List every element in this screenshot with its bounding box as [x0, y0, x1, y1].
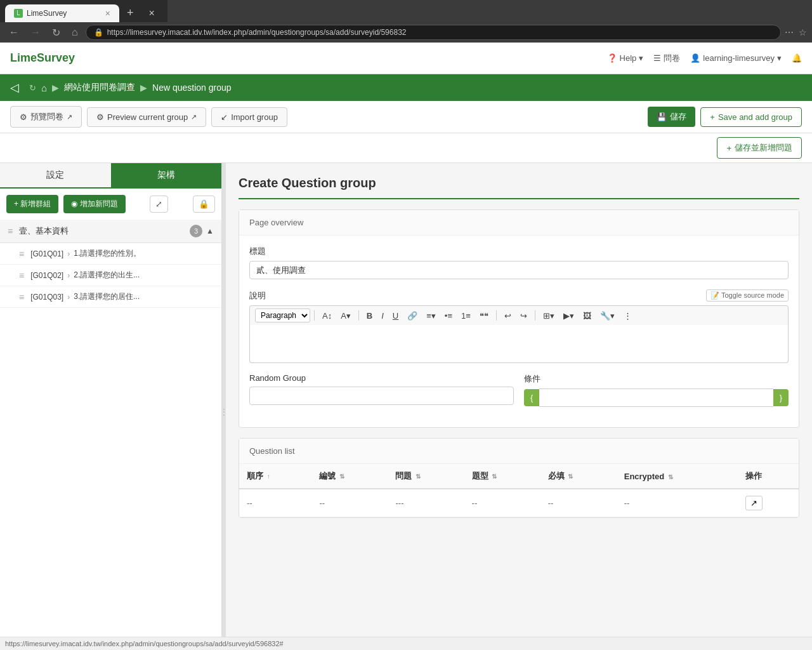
lock-button[interactable]: 🔒 — [193, 196, 215, 213]
lock-icon: 🔒 — [94, 28, 103, 37]
status-bar: https://limesurvey.imacat.idv.tw/index.p… — [0, 637, 812, 650]
q3-arrow: › — [67, 293, 70, 302]
editor-area[interactable] — [249, 325, 789, 363]
toggle-source-button[interactable]: 📝 Toggle source mode — [706, 289, 789, 302]
q2-id: [G01Q02] — [30, 271, 63, 280]
help-button[interactable]: ❓ Help ▾ — [607, 53, 644, 63]
save-add-group-button[interactable]: + Save and add group — [700, 107, 802, 127]
save-add-question-button[interactable]: + 儲存並新增問題 — [717, 137, 802, 159]
expand-button[interactable]: ⤢ — [150, 196, 168, 213]
bookmark-icon[interactable]: ☆ — [799, 27, 807, 37]
group-drag-handle[interactable]: ≡ — [8, 226, 13, 236]
survey-label: 問卷 — [664, 53, 680, 64]
chevron-down-icon: ▾ — [639, 53, 643, 63]
sort-code-icon: ⇅ — [339, 473, 344, 480]
font-color-button[interactable]: A▾ — [337, 309, 355, 322]
col-required[interactable]: 必填 ⇅ — [540, 464, 617, 489]
user-button[interactable]: 👤 learning-limesurvey ▾ — [690, 53, 782, 63]
col-code[interactable]: 編號 ⇅ — [311, 464, 388, 489]
page-title: Create Question group — [239, 176, 799, 199]
cell-required: -- — [540, 489, 617, 517]
q1-drag-handle: ≡ — [19, 249, 24, 259]
question-item-3[interactable]: ≡ [G01Q03] › 3.請選擇您的居住... — [0, 286, 221, 308]
group-title: 壹、基本資料 — [19, 225, 186, 237]
table-button[interactable]: ⊞▾ — [539, 309, 558, 322]
user-icon: 👤 — [690, 53, 700, 63]
bullet-list-button[interactable]: •≡ — [441, 309, 456, 322]
col-question[interactable]: 問題 ⇅ — [388, 464, 464, 489]
refresh-icon[interactable]: ↻ — [29, 83, 36, 93]
sort-order-icon: ↑ — [267, 473, 270, 480]
tab-settings[interactable]: 設定 — [0, 163, 111, 187]
breadcrumb-survey[interactable]: 網站使用問卷調查 — [64, 82, 135, 93]
more-button[interactable]: ⋮ — [620, 309, 636, 322]
survey-button[interactable]: ☰ 問卷 — [653, 53, 680, 64]
breadcrumb-home-icon[interactable]: ⌂ — [41, 83, 47, 93]
preview-group-button[interactable]: ⚙ Preview current group ↗ — [87, 107, 206, 127]
condition-label: 條件 — [524, 373, 789, 385]
preview-gear-icon: ⚙ — [96, 112, 104, 122]
link-button[interactable]: 🔗 — [403, 309, 421, 322]
import-group-button[interactable]: ↙ Import group — [211, 107, 287, 127]
ordered-list-button[interactable]: 1≡ — [457, 309, 475, 322]
app-logo: LimeSurvey — [10, 51, 75, 65]
list-icon: ☰ — [653, 53, 661, 63]
redo-button[interactable]: ↪ — [516, 309, 531, 322]
browser-tab[interactable]: L LimeSurvey × — [5, 4, 119, 22]
align-button[interactable]: ≡▾ — [422, 309, 440, 322]
editor-sep-4 — [535, 310, 535, 321]
cell-code: -- — [311, 489, 388, 517]
q3-drag-handle: ≡ — [19, 292, 24, 302]
col-actions: 操作 — [738, 464, 799, 489]
external-icon: ↗ — [67, 113, 72, 121]
q3-id: [G01Q03] — [30, 293, 63, 302]
col-order[interactable]: 順序 ↑ — [239, 464, 311, 489]
col-type[interactable]: 題型 ⇅ — [464, 464, 540, 489]
col-encrypted[interactable]: Encrypted ⇅ — [617, 464, 738, 489]
back-button[interactable]: ← — [5, 25, 23, 39]
condition-suffix: } — [773, 389, 789, 406]
row-action-button[interactable]: ↗ — [745, 496, 763, 510]
random-group-input[interactable] — [249, 387, 514, 405]
page-overview-panel: Page overview 標題 說明 📝 Toggle source mode — [239, 209, 799, 428]
import-icon: ↙ — [221, 112, 228, 122]
home-button[interactable]: ⌂ — [68, 25, 82, 39]
title-input[interactable] — [249, 261, 789, 279]
paragraph-select[interactable]: Paragraph — [255, 308, 310, 322]
add-question-button[interactable]: ◉ 增加新問題 — [63, 195, 125, 213]
sort-type-icon: ⇅ — [492, 473, 497, 480]
breadcrumb-back-button[interactable]: ◁ — [10, 81, 24, 95]
group-collapse-icon[interactable]: ▲ — [206, 227, 214, 235]
media-button[interactable]: ▶▾ — [560, 309, 578, 322]
bold-button[interactable]: B — [363, 309, 376, 322]
image-button[interactable]: 🖼 — [579, 309, 595, 322]
address-bar[interactable]: 🔒 https://limesurvey.imacat.idv.tw/index… — [86, 25, 781, 40]
underline-button[interactable]: U — [389, 309, 402, 322]
forward-button[interactable]: → — [27, 25, 44, 39]
tab-close-icon[interactable]: × — [105, 8, 110, 18]
question-item-2[interactable]: ≡ [G01Q02] › 2.請選擇您的出生... — [0, 265, 221, 286]
condition-input[interactable] — [539, 388, 773, 407]
preview-survey-button[interactable]: ⚙ 預覽問卷 ↗ — [10, 106, 82, 128]
more-options-icon[interactable]: ⋯ — [785, 27, 794, 37]
notification-button[interactable]: 🔔 — [792, 53, 802, 63]
undo-button[interactable]: ↩ — [501, 309, 515, 322]
blockquote-button[interactable]: ❝❝ — [476, 309, 492, 322]
italic-button[interactable]: I — [377, 309, 388, 322]
bell-icon: 🔔 — [792, 53, 802, 63]
new-tab-button[interactable]: + — [122, 4, 139, 22]
add-group-button[interactable]: + 新增群組 — [6, 195, 58, 213]
status-url: https://limesurvey.imacat.idv.tw/index.p… — [5, 640, 284, 647]
browser-close-icon[interactable]: × — [141, 8, 162, 19]
title-label: 標題 — [249, 246, 789, 257]
tab-favicon: L — [14, 9, 23, 18]
tab-structure[interactable]: 架構 — [111, 163, 222, 187]
reload-button[interactable]: ↻ — [48, 25, 64, 40]
question-item-1[interactable]: ≡ [G01Q01] › 1.請選擇您的性別。 — [0, 243, 221, 265]
font-size-button[interactable]: A↕ — [318, 309, 336, 322]
sort-encrypted-icon: ⇅ — [668, 474, 673, 481]
tab-title: LimeSurvey — [27, 9, 67, 18]
save-button[interactable]: 💾 儲存 — [648, 107, 695, 127]
plugin-button[interactable]: 🔧▾ — [596, 309, 619, 322]
plus-icon: + — [710, 112, 715, 122]
